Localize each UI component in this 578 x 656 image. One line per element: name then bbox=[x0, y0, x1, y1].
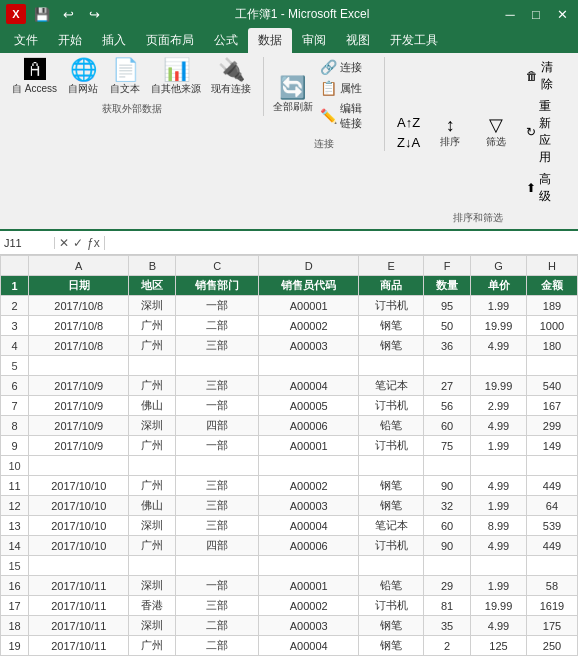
cell[interactable]: 27 bbox=[424, 376, 471, 396]
row-number[interactable]: 19 bbox=[1, 636, 29, 656]
cell[interactable]: 1.99 bbox=[471, 496, 527, 516]
cell[interactable]: 铅笔 bbox=[359, 416, 424, 436]
cell[interactable]: A00002 bbox=[259, 476, 359, 496]
cell[interactable]: 539 bbox=[526, 516, 577, 536]
cell[interactable]: 1.99 bbox=[471, 576, 527, 596]
cell[interactable]: 2017/10/10 bbox=[29, 496, 129, 516]
cell[interactable]: 4.99 bbox=[471, 336, 527, 356]
cell[interactable]: 深圳 bbox=[129, 576, 176, 596]
row-number[interactable]: 2 bbox=[1, 296, 29, 316]
existing-connections-btn[interactable]: 🔌 现有连接 bbox=[207, 57, 255, 98]
cell[interactable]: 2017/10/11 bbox=[29, 596, 129, 616]
cell[interactable]: 2.99 bbox=[471, 396, 527, 416]
cell[interactable]: 58 bbox=[526, 576, 577, 596]
cell[interactable]: 167 bbox=[526, 396, 577, 416]
cell[interactable]: 2017/10/9 bbox=[29, 416, 129, 436]
minimize-btn[interactable]: ─ bbox=[500, 5, 520, 23]
cell[interactable]: A00002 bbox=[259, 316, 359, 336]
cell[interactable]: 2017/10/8 bbox=[29, 316, 129, 336]
confirm-icon[interactable]: ✓ bbox=[73, 236, 83, 250]
cell[interactable]: 笔记本 bbox=[359, 516, 424, 536]
row-number[interactable]: 17 bbox=[1, 596, 29, 616]
cell[interactable]: 8.99 bbox=[471, 516, 527, 536]
row-number[interactable]: 1 bbox=[1, 276, 29, 296]
tab-formulas[interactable]: 公式 bbox=[204, 28, 248, 53]
row-number[interactable]: 8 bbox=[1, 416, 29, 436]
cell[interactable]: 三部 bbox=[176, 336, 259, 356]
cell[interactable]: 2017/10/9 bbox=[29, 396, 129, 416]
cell[interactable]: 广州 bbox=[129, 476, 176, 496]
cell[interactable]: A00001 bbox=[259, 436, 359, 456]
advanced-btn[interactable]: ⬆ 高级 bbox=[522, 169, 562, 207]
col-header-a[interactable]: A bbox=[29, 256, 129, 276]
cell[interactable]: A00002 bbox=[259, 596, 359, 616]
cell[interactable] bbox=[129, 556, 176, 576]
cell[interactable]: 订书机 bbox=[359, 596, 424, 616]
cell[interactable]: 佛山 bbox=[129, 496, 176, 516]
cell[interactable]: 三部 bbox=[176, 596, 259, 616]
row-number[interactable]: 12 bbox=[1, 496, 29, 516]
cell[interactable]: A00001 bbox=[259, 296, 359, 316]
text-btn[interactable]: 📄 自文本 bbox=[105, 57, 145, 98]
cell[interactable]: 449 bbox=[526, 476, 577, 496]
cell[interactable] bbox=[176, 456, 259, 476]
tab-review[interactable]: 审阅 bbox=[292, 28, 336, 53]
row-number[interactable]: 4 bbox=[1, 336, 29, 356]
cell[interactable] bbox=[29, 456, 129, 476]
edit-links-btn[interactable]: ✏️ 编辑链接 bbox=[316, 99, 376, 133]
cell[interactable]: 2017/10/11 bbox=[29, 576, 129, 596]
cell-reference[interactable]: J11 bbox=[0, 237, 55, 249]
other-sources-btn[interactable]: 📊 自其他来源 bbox=[147, 57, 205, 98]
tab-insert[interactable]: 插入 bbox=[92, 28, 136, 53]
cell[interactable]: A00003 bbox=[259, 496, 359, 516]
sort-btn[interactable]: ↕ 排序 bbox=[430, 114, 470, 151]
row-number[interactable]: 14 bbox=[1, 536, 29, 556]
cell[interactable] bbox=[526, 356, 577, 376]
cell[interactable]: 60 bbox=[424, 516, 471, 536]
cancel-icon[interactable]: ✕ bbox=[59, 236, 69, 250]
cell[interactable]: 一部 bbox=[176, 576, 259, 596]
cell[interactable]: 广州 bbox=[129, 336, 176, 356]
cell[interactable]: 175 bbox=[526, 616, 577, 636]
cell[interactable]: 2017/10/10 bbox=[29, 536, 129, 556]
cell[interactable]: A00005 bbox=[259, 396, 359, 416]
filter-btn[interactable]: ▽ 筛选 bbox=[476, 114, 516, 151]
cell[interactable]: 三部 bbox=[176, 516, 259, 536]
cell[interactable]: 订书机 bbox=[359, 436, 424, 456]
clear-btn[interactable]: 🗑 清除 bbox=[522, 57, 562, 95]
cell[interactable]: 540 bbox=[526, 376, 577, 396]
cell[interactable]: 订书机 bbox=[359, 536, 424, 556]
cell[interactable] bbox=[176, 556, 259, 576]
cell[interactable]: 32 bbox=[424, 496, 471, 516]
cell[interactable]: 2017/10/10 bbox=[29, 516, 129, 536]
web-btn[interactable]: 🌐 自网站 bbox=[63, 57, 103, 98]
col-header-d[interactable]: D bbox=[259, 256, 359, 276]
cell[interactable]: 一部 bbox=[176, 436, 259, 456]
cell[interactable]: 订书机 bbox=[359, 396, 424, 416]
cell[interactable]: 二部 bbox=[176, 636, 259, 656]
cell[interactable]: 广州 bbox=[129, 436, 176, 456]
cell[interactable]: 19.99 bbox=[471, 376, 527, 396]
sort-az-btn[interactable]: A↑Z bbox=[393, 113, 424, 132]
row-number[interactable]: 7 bbox=[1, 396, 29, 416]
cell[interactable]: 149 bbox=[526, 436, 577, 456]
cell[interactable] bbox=[471, 556, 527, 576]
restore-btn[interactable]: □ bbox=[526, 5, 546, 23]
cell[interactable]: 地区 bbox=[129, 276, 176, 296]
cell[interactable]: 佛山 bbox=[129, 396, 176, 416]
cell[interactable]: 广州 bbox=[129, 636, 176, 656]
cell[interactable]: 1000 bbox=[526, 316, 577, 336]
access-btn[interactable]: 🅰 自 Access bbox=[8, 57, 61, 98]
row-number[interactable]: 6 bbox=[1, 376, 29, 396]
tab-developer[interactable]: 开发工具 bbox=[380, 28, 448, 53]
cell[interactable]: 2017/10/9 bbox=[29, 376, 129, 396]
cell[interactable]: 299 bbox=[526, 416, 577, 436]
save-quick-btn[interactable]: 💾 bbox=[32, 5, 52, 23]
cell[interactable]: A00003 bbox=[259, 616, 359, 636]
row-number[interactable]: 16 bbox=[1, 576, 29, 596]
cell[interactable] bbox=[471, 356, 527, 376]
cell[interactable]: 60 bbox=[424, 416, 471, 436]
cell[interactable]: A00004 bbox=[259, 376, 359, 396]
cell[interactable]: 香港 bbox=[129, 596, 176, 616]
reapply-btn[interactable]: ↻ 重新应用 bbox=[522, 96, 562, 168]
